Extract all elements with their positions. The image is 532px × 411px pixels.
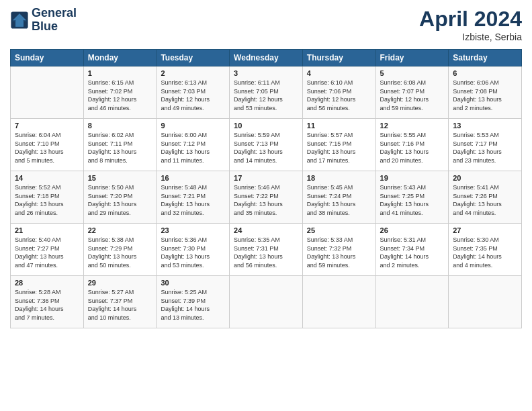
day-number: 11 bbox=[307, 122, 371, 130]
cell-info: Sunrise: 5:48 AM Sunset: 7:21 PM Dayligh… bbox=[161, 183, 225, 217]
calendar-cell bbox=[302, 276, 375, 328]
cell-info: Sunrise: 5:33 AM Sunset: 7:32 PM Dayligh… bbox=[307, 236, 371, 269]
calendar-cell: 18Sunrise: 5:45 AM Sunset: 7:24 PM Dayli… bbox=[302, 171, 375, 224]
day-number: 5 bbox=[380, 69, 445, 77]
day-number: 18 bbox=[307, 174, 371, 182]
calendar-cell bbox=[449, 276, 522, 328]
cell-info: Sunrise: 5:31 AM Sunset: 7:34 PM Dayligh… bbox=[380, 236, 445, 269]
header-row: Sunday Monday Tuesday Wednesday Thursday… bbox=[11, 50, 522, 66]
day-number: 25 bbox=[307, 226, 371, 234]
calendar-cell: 6Sunrise: 6:06 AM Sunset: 7:08 PM Daylig… bbox=[449, 66, 522, 119]
calendar-body: 1Sunrise: 6:15 AM Sunset: 7:02 PM Daylig… bbox=[11, 66, 522, 328]
col-saturday: Saturday bbox=[449, 50, 522, 66]
cell-info: Sunrise: 5:25 AM Sunset: 7:39 PM Dayligh… bbox=[161, 288, 225, 322]
calendar-cell: 16Sunrise: 5:48 AM Sunset: 7:21 PM Dayli… bbox=[157, 171, 230, 224]
calendar-cell: 7Sunrise: 6:04 AM Sunset: 7:10 PM Daylig… bbox=[11, 119, 84, 171]
day-number: 16 bbox=[161, 174, 225, 182]
day-number: 26 bbox=[380, 226, 445, 234]
calendar-cell: 3Sunrise: 6:11 AM Sunset: 7:05 PM Daylig… bbox=[230, 66, 303, 119]
day-number: 4 bbox=[307, 69, 371, 77]
logo-icon bbox=[10, 11, 29, 30]
cell-info: Sunrise: 5:40 AM Sunset: 7:27 PM Dayligh… bbox=[15, 236, 79, 269]
cell-info: Sunrise: 5:30 AM Sunset: 7:35 PM Dayligh… bbox=[453, 236, 517, 269]
cell-info: Sunrise: 6:08 AM Sunset: 7:07 PM Dayligh… bbox=[380, 79, 445, 112]
day-number: 27 bbox=[453, 226, 517, 234]
calendar-cell: 1Sunrise: 6:15 AM Sunset: 7:02 PM Daylig… bbox=[83, 66, 157, 119]
cell-info: Sunrise: 5:52 AM Sunset: 7:18 PM Dayligh… bbox=[15, 183, 79, 217]
day-number: 2 bbox=[161, 69, 225, 77]
day-number: 17 bbox=[234, 174, 298, 182]
calendar-cell: 28Sunrise: 5:28 AM Sunset: 7:36 PM Dayli… bbox=[11, 276, 84, 328]
week-row-4: 21Sunrise: 5:40 AM Sunset: 7:27 PM Dayli… bbox=[11, 224, 522, 276]
day-number: 9 bbox=[161, 122, 225, 130]
cell-info: Sunrise: 5:45 AM Sunset: 7:24 PM Dayligh… bbox=[307, 183, 371, 217]
calendar-cell: 5Sunrise: 6:08 AM Sunset: 7:07 PM Daylig… bbox=[375, 66, 449, 119]
location: Izbiste, Serbia bbox=[419, 32, 522, 42]
week-row-3: 14Sunrise: 5:52 AM Sunset: 7:18 PM Dayli… bbox=[11, 171, 522, 224]
calendar-cell: 15Sunrise: 5:50 AM Sunset: 7:20 PM Dayli… bbox=[83, 171, 157, 224]
calendar-cell: 11Sunrise: 5:57 AM Sunset: 7:15 PM Dayli… bbox=[302, 119, 375, 171]
cell-info: Sunrise: 5:38 AM Sunset: 7:29 PM Dayligh… bbox=[88, 236, 152, 269]
cell-info: Sunrise: 6:06 AM Sunset: 7:08 PM Dayligh… bbox=[453, 79, 517, 112]
cell-info: Sunrise: 5:53 AM Sunset: 7:17 PM Dayligh… bbox=[453, 131, 517, 165]
day-number: 30 bbox=[161, 279, 225, 287]
day-number: 23 bbox=[161, 226, 225, 234]
calendar-table: Sunday Monday Tuesday Wednesday Thursday… bbox=[10, 49, 522, 328]
day-number: 10 bbox=[234, 122, 298, 130]
day-number: 13 bbox=[453, 122, 517, 130]
col-friday: Friday bbox=[375, 50, 449, 66]
cell-info: Sunrise: 5:57 AM Sunset: 7:15 PM Dayligh… bbox=[307, 131, 371, 165]
calendar-cell: 14Sunrise: 5:52 AM Sunset: 7:18 PM Dayli… bbox=[11, 171, 84, 224]
calendar-cell bbox=[230, 276, 303, 328]
day-number: 12 bbox=[380, 122, 445, 130]
cell-info: Sunrise: 6:11 AM Sunset: 7:05 PM Dayligh… bbox=[234, 79, 298, 112]
calendar-cell: 22Sunrise: 5:38 AM Sunset: 7:29 PM Dayli… bbox=[83, 224, 157, 276]
calendar-cell: 10Sunrise: 5:59 AM Sunset: 7:13 PM Dayli… bbox=[230, 119, 303, 171]
page-container: General Blue April 2024 Izbiste, Serbia … bbox=[0, 0, 532, 335]
calendar-cell: 20Sunrise: 5:41 AM Sunset: 7:26 PM Dayli… bbox=[449, 171, 522, 224]
day-number: 28 bbox=[15, 279, 79, 287]
cell-info: Sunrise: 5:35 AM Sunset: 7:31 PM Dayligh… bbox=[234, 236, 298, 269]
day-number: 6 bbox=[453, 69, 517, 77]
calendar-cell: 4Sunrise: 6:10 AM Sunset: 7:06 PM Daylig… bbox=[302, 66, 375, 119]
cell-info: Sunrise: 6:00 AM Sunset: 7:12 PM Dayligh… bbox=[161, 131, 225, 165]
col-tuesday: Tuesday bbox=[157, 50, 230, 66]
calendar-cell bbox=[11, 66, 84, 119]
calendar-cell: 29Sunrise: 5:27 AM Sunset: 7:37 PM Dayli… bbox=[83, 276, 157, 328]
day-number: 22 bbox=[88, 226, 152, 234]
cell-info: Sunrise: 5:41 AM Sunset: 7:26 PM Dayligh… bbox=[453, 183, 517, 217]
calendar-cell: 2Sunrise: 6:13 AM Sunset: 7:03 PM Daylig… bbox=[157, 66, 230, 119]
day-number: 3 bbox=[234, 69, 298, 77]
col-monday: Monday bbox=[83, 50, 157, 66]
cell-info: Sunrise: 5:36 AM Sunset: 7:30 PM Dayligh… bbox=[161, 236, 225, 269]
logo: General Blue bbox=[10, 7, 77, 34]
day-number: 19 bbox=[380, 174, 445, 182]
cell-info: Sunrise: 5:50 AM Sunset: 7:20 PM Dayligh… bbox=[88, 183, 152, 217]
week-row-1: 1Sunrise: 6:15 AM Sunset: 7:02 PM Daylig… bbox=[11, 66, 522, 119]
cell-info: Sunrise: 5:27 AM Sunset: 7:37 PM Dayligh… bbox=[88, 288, 152, 322]
day-number: 15 bbox=[88, 174, 152, 182]
col-thursday: Thursday bbox=[302, 50, 375, 66]
calendar-cell: 13Sunrise: 5:53 AM Sunset: 7:17 PM Dayli… bbox=[449, 119, 522, 171]
cell-info: Sunrise: 5:43 AM Sunset: 7:25 PM Dayligh… bbox=[380, 183, 445, 217]
calendar-cell bbox=[375, 276, 449, 328]
cell-info: Sunrise: 6:02 AM Sunset: 7:11 PM Dayligh… bbox=[88, 131, 152, 165]
calendar-cell: 9Sunrise: 6:00 AM Sunset: 7:12 PM Daylig… bbox=[157, 119, 230, 171]
cell-info: Sunrise: 6:13 AM Sunset: 7:03 PM Dayligh… bbox=[161, 79, 225, 112]
cell-info: Sunrise: 6:04 AM Sunset: 7:10 PM Dayligh… bbox=[15, 131, 79, 165]
calendar-cell: 24Sunrise: 5:35 AM Sunset: 7:31 PM Dayli… bbox=[230, 224, 303, 276]
calendar-cell: 30Sunrise: 5:25 AM Sunset: 7:39 PM Dayli… bbox=[157, 276, 230, 328]
calendar-cell: 19Sunrise: 5:43 AM Sunset: 7:25 PM Dayli… bbox=[375, 171, 449, 224]
day-number: 8 bbox=[88, 122, 152, 130]
day-number: 29 bbox=[88, 279, 152, 287]
calendar-cell: 21Sunrise: 5:40 AM Sunset: 7:27 PM Dayli… bbox=[11, 224, 84, 276]
title-block: April 2024 Izbiste, Serbia bbox=[419, 7, 522, 42]
day-number: 1 bbox=[88, 69, 152, 77]
cell-info: Sunrise: 5:46 AM Sunset: 7:22 PM Dayligh… bbox=[234, 183, 298, 217]
calendar-cell: 23Sunrise: 5:36 AM Sunset: 7:30 PM Dayli… bbox=[157, 224, 230, 276]
cell-info: Sunrise: 6:10 AM Sunset: 7:06 PM Dayligh… bbox=[307, 79, 371, 112]
day-number: 21 bbox=[15, 226, 79, 234]
calendar-cell: 17Sunrise: 5:46 AM Sunset: 7:22 PM Dayli… bbox=[230, 171, 303, 224]
calendar-cell: 27Sunrise: 5:30 AM Sunset: 7:35 PM Dayli… bbox=[449, 224, 522, 276]
week-row-2: 7Sunrise: 6:04 AM Sunset: 7:10 PM Daylig… bbox=[11, 119, 522, 171]
